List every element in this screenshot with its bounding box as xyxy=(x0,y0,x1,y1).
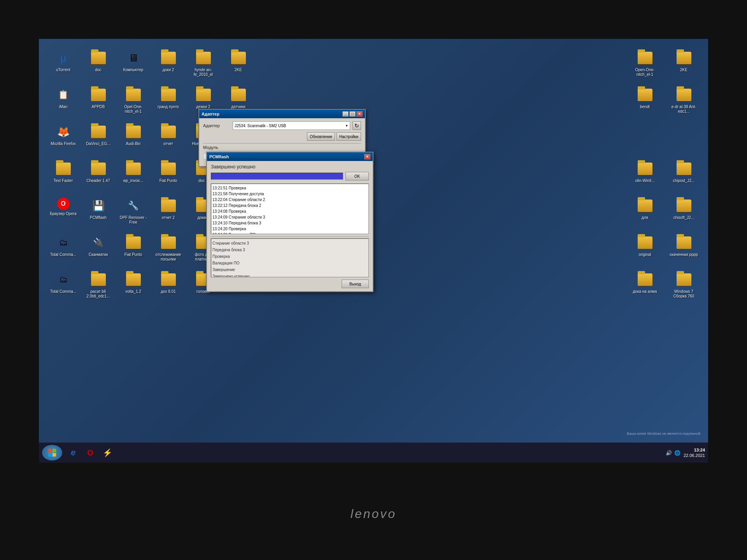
screen-area: μ uTorrent doc 🖥 Компьютер доки 2 xyxy=(39,39,708,463)
icon-bendt[interactable]: bendt xyxy=(628,84,661,112)
icon-iman[interactable]: 📋 iMan xyxy=(47,84,80,112)
log-area-secondary[interactable]: Стирание области 3 Передача блока 3 Пров… xyxy=(211,238,369,277)
icon-2ke-r[interactable]: 2KE xyxy=(667,47,700,75)
pcmflash-close-btn[interactable]: ✕ xyxy=(364,154,370,159)
svg-rect-0 xyxy=(48,449,52,452)
taskbar-quick-launch: e O ⚡ xyxy=(65,445,115,460)
clock-date: 22.06.2021 xyxy=(684,453,705,458)
log-entry-4: 13:24:08 Проверка xyxy=(212,208,367,214)
icon-win7[interactable]: Windows 7 Сборка 760 xyxy=(667,268,700,302)
close-btn[interactable]: ✕ xyxy=(356,111,363,117)
icon-cheader[interactable]: Cheader 1.47 xyxy=(82,158,115,186)
log2-entry-4: Завершение xyxy=(212,266,367,273)
icon-openone[interactable]: Open-One-nitch_el-1 xyxy=(628,47,661,80)
icon-utorrent[interactable]: μ uTorrent xyxy=(47,47,80,75)
svg-rect-3 xyxy=(53,453,56,457)
exit-btn-row: Выход xyxy=(211,280,369,288)
taskbar: e O ⚡ 🔊 🌐 13:24 22.06.2021 xyxy=(39,443,708,463)
log-entry-7: 13:24:20 Проверка xyxy=(212,226,367,232)
icon-grandpunto[interactable]: гранд пунто xyxy=(152,84,185,112)
icon-doka-alma[interactable]: дока на алма xyxy=(628,268,661,297)
icon-fiatpunto1[interactable]: Fiat Punto xyxy=(152,158,185,186)
taskbar-bolt[interactable]: ⚡ xyxy=(100,445,115,460)
separator xyxy=(211,236,369,237)
icon-olinwintl[interactable]: olin-Wintl... xyxy=(628,158,661,186)
icon-opera[interactable]: O Браузер Opera xyxy=(47,194,80,219)
icon-davinci[interactable]: DaVinci_EG... xyxy=(82,121,115,149)
log-entry-2: 13:22:04 Стирание области 2 xyxy=(212,197,367,203)
icon-edr[interactable]: e-dr al-38 Ant-edc1... xyxy=(667,84,700,117)
icon-2ke[interactable]: 2KE xyxy=(222,47,255,75)
module-row: Модуль xyxy=(203,145,361,150)
icon-firefox[interactable]: 🦊 Mozilla Firefox xyxy=(47,121,80,149)
log-entry-0: 13:21:51 Проверка xyxy=(212,185,367,191)
taskbar-ie[interactable]: e xyxy=(65,445,81,460)
adapter-arrow: ▼ xyxy=(345,124,348,128)
progress-bar xyxy=(211,173,343,180)
lenovo-brand: lenovo xyxy=(351,507,396,521)
clock-time: 13:24 xyxy=(684,447,705,453)
icon-textfaster[interactable]: Text Faster xyxy=(47,158,80,186)
icon-otchet[interactable]: отчет xyxy=(152,121,185,149)
log-area-main[interactable]: 13:21:51 Проверка 13:21:58 Получение дос… xyxy=(211,184,369,234)
log2-entry-5: Завершено успешно xyxy=(212,273,367,277)
icon-chipost[interactable]: chipost_J2... xyxy=(667,158,700,186)
svg-rect-1 xyxy=(53,449,56,452)
desktop: μ uTorrent doc 🖥 Компьютер доки 2 xyxy=(39,39,708,463)
minimize-btn[interactable]: _ xyxy=(342,111,349,117)
pcmflash-body: Завершено успешно OK 13:21:51 Проверка 1… xyxy=(207,161,373,291)
start-button[interactable] xyxy=(42,445,62,460)
icon-tracking[interactable]: отслеживание посылки xyxy=(152,231,185,265)
icon-fiatpunto2[interactable]: Fiat Punto xyxy=(117,231,150,260)
icon-dpf[interactable]: 🔧 DPF Remover - Free xyxy=(117,194,150,228)
tray-icon2: 🌐 xyxy=(674,450,680,456)
icon-original[interactable]: original xyxy=(628,231,661,260)
icon-totalcmd2[interactable]: 🗂 Total Comma... xyxy=(47,268,80,297)
clock: 13:24 22.06.2021 xyxy=(684,447,705,458)
taskbar-right: 🔊 🌐 13:24 22.06.2021 xyxy=(666,447,705,458)
taskbar-opera[interactable]: O xyxy=(82,445,98,460)
icon-doc[interactable]: doc xyxy=(82,47,115,75)
icon-opel[interactable]: Opel-One-nitch_el-1 xyxy=(117,84,150,117)
icon-scanmatik[interactable]: 🔌 Сканматик xyxy=(82,231,115,260)
log-entry-8: 13:24:21 Валидация ПО xyxy=(212,232,367,234)
icon-computer[interactable]: 🖥 Компьютер xyxy=(117,47,150,75)
icon-doki2[interactable]: доки 2 xyxy=(152,47,185,75)
ok-button[interactable]: OK xyxy=(345,172,369,180)
adapter-value: J2534: Scanmatik - SM2 USB xyxy=(235,124,286,128)
icon-otchet2[interactable]: отчет 2 xyxy=(152,194,185,223)
pcmflash-title-buttons: ✕ xyxy=(364,154,370,159)
maximize-btn[interactable]: □ xyxy=(349,111,356,117)
settings-btn[interactable]: Настройки xyxy=(337,132,361,141)
log-entry-1: 13:21:58 Получение доступа xyxy=(212,191,367,197)
log2-entry-3: Валидация ПО xyxy=(212,260,367,266)
icon-hynde[interactable]: hynde an-fe_2010_el xyxy=(187,47,220,80)
icon-skachennaya[interactable]: скаченная pppp xyxy=(667,231,700,260)
icon-totalcmd1[interactable]: 🗂 Total Comma... xyxy=(47,231,80,260)
icon-audibin[interactable]: Audi-Bin xyxy=(117,121,150,149)
icon-pcmflash[interactable]: 💾 PCMflash xyxy=(82,194,115,223)
adapter-title-bar: Адаптер _ □ ✕ xyxy=(199,110,365,118)
module-label: Модуль xyxy=(203,145,230,150)
icon-dlya[interactable]: для xyxy=(628,194,661,223)
icon-deki2[interactable]: дежки 2 xyxy=(187,84,220,112)
exit-button[interactable]: Выход xyxy=(342,280,369,288)
icon-pasat[interactable]: расат b6 2.0tdi_edc1... xyxy=(82,268,115,302)
icon-wpinvoice[interactable]: wp_invoic... xyxy=(117,158,150,186)
svg-rect-2 xyxy=(48,453,52,457)
update-btn[interactable]: Обновление xyxy=(307,132,335,141)
icon-dok801[interactable]: дох 8.01 xyxy=(152,268,185,297)
success-label: Завершено успешно xyxy=(211,164,369,170)
refresh-btn[interactable]: ↻ xyxy=(352,121,361,130)
adapter-row: Адаптер J2534: Scanmatik - SM2 USB ▼ ↻ xyxy=(203,121,361,130)
icon-appdb[interactable]: APPDB xyxy=(82,84,115,112)
update-settings-row: Обновление Настройки xyxy=(203,132,361,141)
system-tray: 🔊 🌐 xyxy=(666,450,680,456)
pcmflash-title-bar: PCMflash ✕ xyxy=(207,152,373,161)
laptop-frame: μ uTorrent doc 🖥 Компьютер доки 2 xyxy=(0,0,747,560)
log-entry-3: 13:22:12 Передача блока 2 xyxy=(212,203,367,208)
icon-volta[interactable]: volta_1.2 xyxy=(117,268,150,297)
icon-chisoft[interactable]: chisoft_J2... xyxy=(667,194,700,223)
adapter-select[interactable]: J2534: Scanmatik - SM2 USB ▼ xyxy=(233,121,350,130)
adapter-label: Адаптер xyxy=(203,123,230,128)
